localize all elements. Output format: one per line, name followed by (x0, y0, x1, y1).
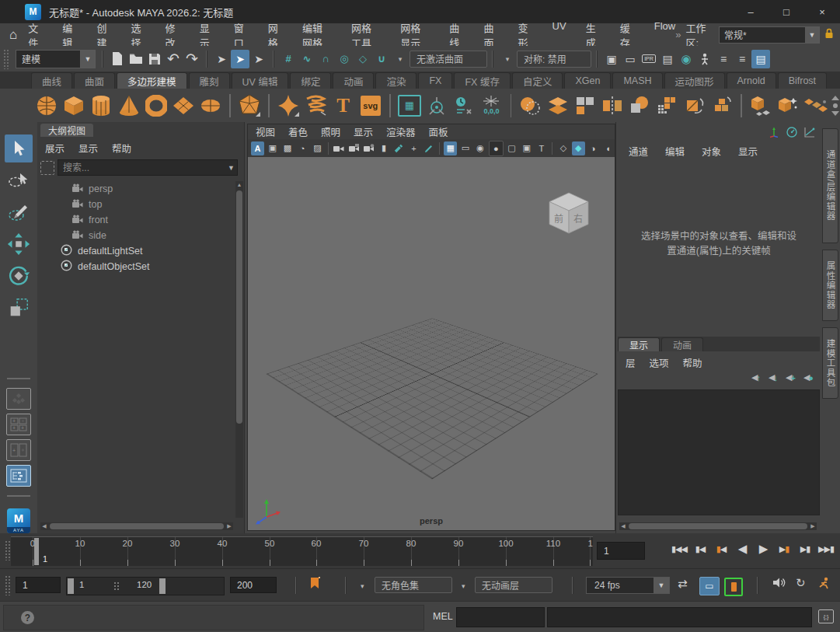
symmetry-field[interactable]: 对称: 禁用 (517, 51, 591, 68)
workspace-dropdown-arrow-icon[interactable]: ▼ (805, 27, 819, 43)
range-grip[interactable] (5, 575, 11, 595)
gate-mask-icon[interactable]: ● (489, 141, 504, 156)
shelf-tab-bifrost[interactable]: Bifrost (778, 72, 827, 89)
viewport-renderer-name-icon[interactable]: A (251, 141, 264, 155)
menu-mesh-display[interactable]: 网格显示 (400, 20, 430, 50)
grid-toggle-icon[interactable]: ▦ (444, 141, 457, 155)
scroll-left-icon[interactable]: ◀ (40, 523, 48, 529)
field-chart-icon[interactable]: ▢ (505, 141, 518, 155)
snap-to-point-icon[interactable]: ∩ (316, 50, 335, 68)
scroll-right-icon[interactable]: ▶ (809, 523, 817, 529)
snap-to-projected-center-icon[interactable]: ◎ (335, 50, 354, 68)
ipr-render-icon[interactable]: IPR (640, 50, 658, 68)
move-tool[interactable] (5, 230, 33, 258)
channel-menu-channels[interactable]: 通道 (629, 144, 648, 159)
menu-mesh-tools[interactable]: 网格工具 (351, 20, 381, 50)
view-cube[interactable]: 前 右 (543, 188, 594, 242)
safe-title-icon[interactable]: T (535, 141, 548, 155)
sync-playback-icon[interactable]: ↻ (796, 576, 806, 590)
range-slider[interactable]: 1 120 (66, 577, 225, 595)
viewport-menu-shading[interactable]: 着色 (288, 124, 308, 139)
graph-icon[interactable] (804, 127, 815, 140)
shelf-tab-fx-caching[interactable]: FX 缓存 (454, 72, 510, 89)
smooth-icon[interactable] (627, 92, 652, 119)
side-tab-channel-box[interactable]: 通道盒/层编辑器 (822, 128, 838, 243)
viewport-menu-lighting[interactable]: 照明 (321, 124, 340, 139)
outliner-item-side[interactable]: side (37, 228, 235, 243)
undo-button[interactable]: ↶ (164, 50, 183, 68)
script-editor-icon[interactable]: {;} (818, 609, 834, 623)
scroll-right-icon[interactable]: ▶ (225, 523, 233, 529)
smooth-shade-icon[interactable]: ◆ (572, 141, 585, 155)
menu-curves[interactable]: 曲线 (449, 20, 464, 50)
menu-mesh[interactable]: 网格 (268, 20, 283, 50)
multi-cut-icon[interactable] (803, 92, 828, 119)
poly-cube-icon[interactable] (61, 92, 86, 119)
camera-attributes-icon[interactable] (362, 141, 375, 155)
combine-icon[interactable] (545, 92, 570, 119)
step-forward-frame-button[interactable]: ▶▮ (776, 539, 792, 558)
play-backwards-button[interactable]: ◀ (734, 539, 750, 558)
menu-set-arrow-icon[interactable]: ▼ (80, 50, 96, 68)
animation-preferences-icon[interactable] (817, 577, 831, 593)
svg-tool-icon[interactable]: svg (358, 92, 383, 119)
pencil-icon[interactable] (422, 141, 435, 155)
layer-menu-help[interactable]: 帮助 (683, 355, 702, 370)
outliner-search-dropdown-icon[interactable]: ▼ (228, 164, 235, 172)
outliner-vertical-scrollbar[interactable]: ▲ (235, 181, 243, 518)
lasso-tool[interactable] (5, 166, 33, 194)
toggle-attribute-editor-icon[interactable]: ≡ (714, 50, 733, 68)
outliner-item-top[interactable]: top (37, 197, 235, 212)
render-settings-icon[interactable]: ▤ (658, 50, 677, 68)
home-icon[interactable]: ⌂ (9, 27, 17, 43)
menu-generate[interactable]: 生成 (586, 20, 601, 50)
separate-icon[interactable] (573, 92, 598, 119)
anim-layer-field[interactable]: 无动画层 (475, 577, 552, 593)
make-live-icon[interactable]: ∪ (372, 50, 391, 68)
speed-dial-icon[interactable] (786, 127, 797, 140)
scroll-up-icon[interactable]: ▲ (235, 181, 243, 189)
shelf-tab-motion-graphics[interactable]: 运动图形 (664, 72, 725, 89)
anim-layer-arrow-icon[interactable]: ▾ (462, 582, 465, 590)
select-camera-icon[interactable] (333, 141, 346, 155)
layout-single-pane-button[interactable] (6, 388, 31, 410)
marquee-select-icon[interactable]: ▣ (266, 141, 279, 155)
shelf-tab-xgen[interactable]: XGen (564, 72, 611, 89)
toggle-tool-settings-icon[interactable]: ≡ (733, 50, 751, 68)
poly-cone-icon[interactable] (117, 92, 141, 119)
extrude-icon[interactable] (748, 92, 773, 119)
viewport-menu-panels[interactable]: 面板 (429, 124, 448, 139)
mirror-icon[interactable] (600, 92, 625, 119)
pan-zoom-icon[interactable]: + (407, 141, 420, 155)
outliner-search-input[interactable] (58, 159, 238, 176)
shelf-tab-arnold[interactable]: Arnold (727, 72, 776, 89)
animation-end-field[interactable]: 200 (230, 577, 277, 593)
render-region-icon[interactable]: ▩ (281, 141, 294, 155)
type-tool-icon[interactable]: T (331, 92, 356, 119)
layer-tab-anim[interactable]: 动画 (661, 337, 703, 351)
menu-edit[interactable]: 编辑 (62, 20, 77, 50)
animation-start-field[interactable]: 1 (16, 577, 61, 593)
hypershade-icon[interactable]: ◉ (677, 50, 695, 68)
snap-to-grid-icon[interactable]: # (279, 50, 298, 68)
create-empty-layer-icon[interactable]: ◀+ (786, 372, 796, 382)
save-scene-button[interactable] (145, 50, 164, 68)
modeling-toolkit-icon[interactable]: ▦ (397, 92, 422, 119)
layer-editor-scrollbar[interactable]: ◀ ▶ (619, 522, 817, 530)
select-tool[interactable] (5, 134, 33, 162)
select-hierarchy-icon[interactable]: ➤ (212, 50, 231, 68)
render-current-frame-icon[interactable]: ▣ (602, 50, 621, 68)
fps-dropdown[interactable]: 24 fps ▼ (586, 577, 670, 594)
shelf-tab-curves[interactable]: 曲线 (31, 72, 72, 89)
character-set-arrow-icon[interactable]: ▾ (361, 582, 364, 590)
scale-tool[interactable] (5, 294, 33, 322)
viewport-canvas[interactable]: 前 右 persp (248, 157, 615, 530)
layout-four-pane-button[interactable]: +++ (6, 414, 31, 435)
bevel-icon[interactable] (776, 92, 800, 119)
bookmark-range-icon[interactable] (310, 577, 321, 592)
retopologize-icon[interactable] (682, 92, 707, 119)
scrollbar-thumb[interactable] (629, 523, 807, 529)
mel-input-field[interactable] (456, 607, 545, 627)
menu-windows[interactable]: 窗口 (234, 20, 249, 50)
active-surface-field[interactable]: 无激活曲面 (410, 51, 487, 68)
